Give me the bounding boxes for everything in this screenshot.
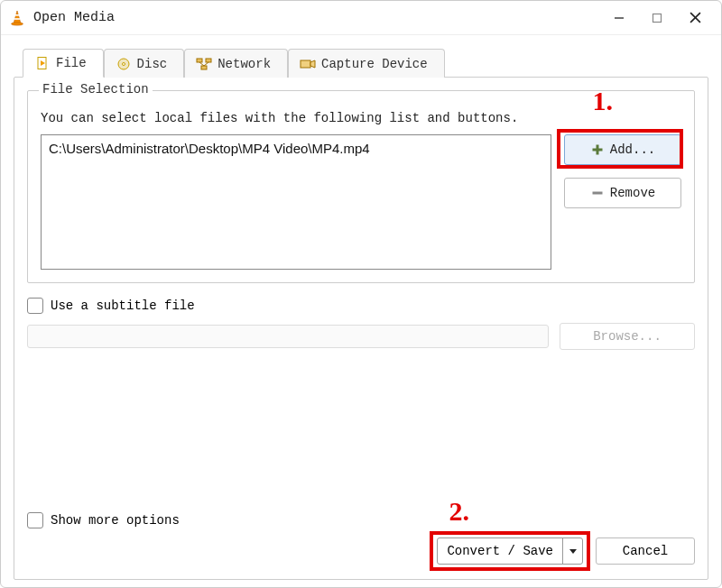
svg-rect-13 [206,59,211,62]
file-selection-label: File Selection [39,82,153,96]
tab-file[interactable]: File [23,49,104,78]
plus-icon [590,142,605,157]
subtitle-checkbox-label: Use a subtitle file [51,299,195,313]
tab-disc[interactable]: Disc [104,49,185,78]
convert-save-label: Convert / Save [438,538,562,564]
browse-button-label: Browse... [593,329,662,344]
chevron-down-icon [569,547,578,556]
subtitle-path-row: Browse... [27,323,695,350]
add-button[interactable]: Add... [564,134,681,165]
svg-marker-18 [310,60,315,68]
svg-point-11 [122,62,125,65]
svg-rect-12 [197,59,202,62]
file-list-item[interactable]: C:\Users\Administrator\Desktop\MP4 Video… [49,141,543,156]
vlc-cone-icon [8,9,26,27]
show-more-label: Show more options [51,513,180,528]
convert-save-dropdown[interactable] [562,538,582,564]
tab-capture-device[interactable]: Capture Device [288,49,445,78]
file-selection-group: File Selection You can select local file… [27,90,695,283]
open-media-window: Open Media File Disc [0,0,722,588]
file-list[interactable]: C:\Users\Administrator\Desktop\MP4 Video… [41,134,551,270]
svg-rect-14 [201,66,207,69]
tab-network[interactable]: Network [184,49,288,78]
remove-button-label: Remove [610,186,655,200]
convert-save-button[interactable]: Convert / Save [437,537,583,565]
subtitle-checkbox[interactable] [27,298,43,314]
tab-capture-device-label: Capture Device [321,57,428,71]
disc-icon [116,56,132,72]
svg-marker-22 [569,549,577,554]
file-selection-instruction: You can select local files with the foll… [41,111,681,125]
maximize-button[interactable] [638,5,676,32]
svg-point-3 [12,22,23,24]
network-icon [196,56,212,72]
browse-button: Browse... [560,323,695,350]
tab-network-label: Network [218,57,271,71]
close-button[interactable] [676,5,714,32]
content-area: File Disc Network Capture Device [1,35,721,587]
cancel-button[interactable]: Cancel [596,537,695,565]
svg-rect-17 [301,60,310,68]
svg-rect-5 [653,14,662,22]
tab-file-label: File [56,56,87,70]
file-icon [34,55,51,71]
subtitle-row: Use a subtitle file [27,298,695,314]
add-button-label: Add... [610,142,655,157]
tab-strip: File Disc Network Capture Device [23,48,708,77]
svg-marker-0 [14,11,21,23]
svg-rect-2 [14,18,21,20]
minimize-button[interactable] [600,5,638,32]
svg-line-15 [199,62,204,66]
capture-device-icon [300,56,316,72]
svg-rect-1 [14,14,20,16]
bottom-bar: Show more options 2. Convert / Save [27,501,695,565]
remove-button[interactable]: Remove [564,178,681,208]
file-panel: File Selection You can select local file… [14,77,708,580]
window-title: Open Media [33,10,600,25]
cancel-button-label: Cancel [623,544,668,558]
titlebar: Open Media [1,1,721,35]
subtitle-path-input [27,325,549,348]
show-more-row: Show more options [27,512,695,528]
svg-line-16 [204,62,208,66]
file-row: C:\Users\Administrator\Desktop\MP4 Video… [41,134,681,270]
action-row: 2. Convert / Save Cancel [27,537,695,565]
minus-icon [590,186,605,200]
show-more-checkbox[interactable] [27,512,43,528]
tab-disc-label: Disc [137,57,168,71]
file-buttons-column: Add... Remove [564,134,681,208]
